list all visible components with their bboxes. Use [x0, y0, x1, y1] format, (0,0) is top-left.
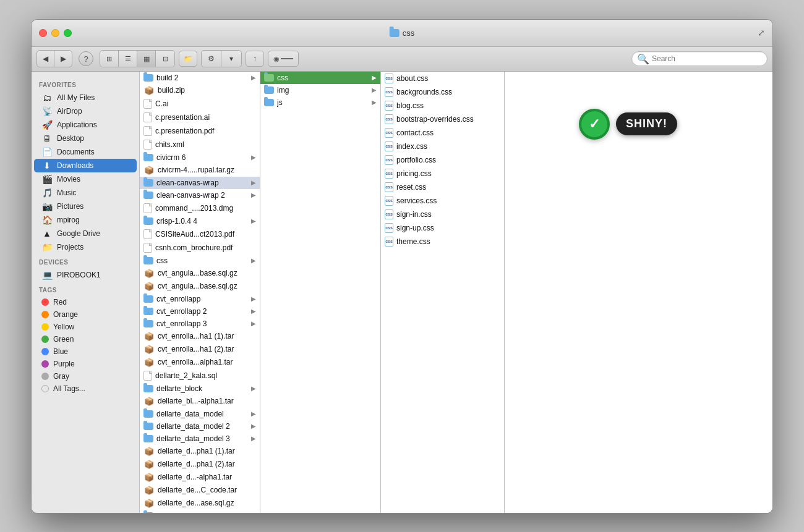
coverflow-view-button[interactable]: ⊟ [156, 51, 174, 67]
list-item[interactable]: 📦 cvt_angula...base.sql.gz [140, 267, 260, 280]
list-item[interactable]: css portfolio.css [381, 153, 504, 167]
arrange-button[interactable]: ⚙ [202, 51, 221, 67]
list-item[interactable]: clean-canvas-wrap 2 ▶ [140, 189, 260, 201]
list-item[interactable]: chits.xml [140, 138, 260, 151]
sidebar-item-all-tags[interactable]: All Tags... [34, 382, 137, 395]
list-item[interactable]: 📦 dellarte_bl...-alpha1.tar [140, 395, 260, 408]
list-view-button[interactable]: ☰ [119, 51, 137, 67]
sidebar-item-movies[interactable]: 🎬 Movies [34, 172, 137, 186]
list-item[interactable]: dellarte_data_model 2 ▶ [140, 420, 260, 433]
list-item[interactable]: cvt_enrollapp 2 ▶ [140, 305, 260, 318]
folder-icon [143, 192, 153, 199]
list-item[interactable]: 📦 dellarte_de...C_code.tar [140, 484, 260, 497]
list-item[interactable]: 📦 civicrm-4.....rupal.tar.gz [140, 164, 260, 177]
sidebar-item-tag-red[interactable]: Red [34, 296, 137, 308]
sidebar-item-tag-yellow[interactable]: Yellow [34, 321, 137, 333]
help-button[interactable]: ? [79, 51, 93, 66]
sidebar-item-tag-purple[interactable]: Purple [34, 358, 137, 370]
list-item[interactable]: dellarte_data_model ▶ [140, 408, 260, 420]
arrange-dropdown[interactable]: ▾ [221, 51, 241, 67]
list-item[interactable]: cvt_enrollapp 3 ▶ [140, 318, 260, 330]
applications-icon: 🚀 [41, 120, 53, 130]
list-item[interactable]: 📦 build.zip [140, 84, 260, 97]
list-item[interactable]: cvt_enrollapp ▶ [140, 293, 260, 305]
list-item[interactable]: build 2 ▶ [140, 72, 260, 84]
nav-buttons: ◀ ▶ [36, 50, 72, 67]
list-item[interactable]: crisp-1.0.4 4 ▶ [140, 215, 260, 227]
list-item[interactable]: css blog.css [381, 99, 504, 112]
sidebar-item-label: Google Drive [57, 229, 100, 238]
forward-button[interactable]: ▶ [54, 51, 72, 67]
list-item[interactable]: command_....2013.dmg [140, 201, 260, 215]
quicklook-button[interactable]: ◉ [268, 51, 299, 67]
path-button[interactable]: 📁 [179, 51, 197, 67]
sidebar-item-tag-orange[interactable]: Orange [34, 308, 137, 321]
sidebar-item-pirobook1[interactable]: 💻 PIROBOOK1 [34, 268, 137, 282]
list-item[interactable]: css sign-in.css [381, 208, 504, 221]
sidebar-item-documents[interactable]: 📄 Documents [34, 145, 137, 159]
list-item[interactable]: 📦 cvt_angula...base.sql.gz [140, 280, 260, 293]
sidebar-item-airdrop[interactable]: 📡 AirDrop [34, 104, 137, 118]
list-item[interactable]: clean-canvas-wrap ▶ [140, 177, 260, 189]
list-item[interactable]: 📦 dellarte_de...ase.sql.gz [140, 497, 260, 510]
share-button[interactable]: ↑ [246, 51, 264, 67]
expand-icon[interactable]: ⤢ [758, 28, 765, 38]
list-item[interactable]: civicrm 6 ▶ [140, 151, 260, 164]
list-item[interactable]: css theme.css [381, 235, 504, 248]
sidebar-item-tag-green[interactable]: Green [34, 333, 137, 345]
close-button[interactable] [39, 29, 47, 37]
list-item[interactable]: css ▶ [140, 255, 260, 267]
list-item[interactable]: js ▶ [260, 96, 380, 109]
list-item[interactable]: css contact.css [381, 126, 504, 140]
list-item[interactable]: css index.css [381, 140, 504, 153]
sidebar-item-applications[interactable]: 🚀 Applications [34, 118, 137, 132]
list-item[interactable]: css reset.css [381, 180, 504, 194]
list-item[interactable]: css ▶ [260, 72, 380, 84]
search-input[interactable] [652, 54, 762, 63]
list-item[interactable]: dellarte_data_model 3 ▶ [140, 433, 260, 445]
list-item[interactable]: 📦 cvt_enrolla...alpha1.tar [140, 356, 260, 369]
list-item[interactable]: dellarte_display_suite ▶ [140, 510, 260, 513]
sidebar-item-mpirog[interactable]: 🏠 mpirog [34, 213, 137, 227]
list-item[interactable]: dellarte_block ▶ [140, 382, 260, 395]
list-item[interactable]: img ▶ [260, 84, 380, 96]
sidebar-item-google-drive[interactable]: ▲ Google Drive [34, 227, 137, 240]
list-item[interactable]: css sign-up.css [381, 221, 504, 235]
sidebar-item-downloads[interactable]: ⬇ Downloads [34, 159, 137, 172]
list-item[interactable]: 📦 dellarte_d...-alpha1.tar [140, 471, 260, 484]
list-item[interactable]: 📦 dellarte_d...pha1 (1).tar [140, 445, 260, 458]
list-item[interactable]: CSISiteAud...ct2013.pdf [140, 227, 260, 241]
css-icon: css [385, 74, 393, 83]
list-item[interactable]: css about.css [381, 72, 504, 85]
list-item[interactable]: dellarte_2_kala.sql [140, 369, 260, 382]
sidebar-item-desktop[interactable]: 🖥 Desktop [34, 132, 137, 145]
sidebar-item-pictures[interactable]: 📷 Pictures [34, 200, 137, 213]
list-item[interactable]: c.presentation.pdf [140, 124, 260, 138]
back-button[interactable]: ◀ [37, 51, 54, 67]
canvas-wrap-column: css ▶ img ▶ js ▶ [260, 72, 381, 513]
list-item[interactable]: 📦 cvt_enrolla...ha1 (2).tar [140, 343, 260, 356]
sidebar-item-all-my-files[interactable]: 🗂 All My Files [34, 91, 137, 104]
list-item[interactable]: css backgrounds.css [381, 85, 504, 99]
search-bar[interactable]: 🔍 [631, 51, 768, 66]
folder-icon [143, 217, 153, 225]
list-item[interactable]: css pricing.css [381, 167, 504, 180]
list-item[interactable]: C.ai [140, 97, 260, 111]
maximize-button[interactable] [64, 29, 72, 37]
list-item[interactable]: 📦 cvt_enrolla...ha1 (1).tar [140, 330, 260, 343]
file-name: about.css [396, 74, 500, 83]
sidebar-item-music[interactable]: 🎵 Music [34, 186, 137, 200]
icon-view-button[interactable]: ⊞ [100, 51, 119, 67]
minimize-button[interactable] [51, 29, 59, 37]
list-item[interactable]: c.presentation.ai [140, 111, 260, 124]
airdrop-icon: 📡 [41, 106, 53, 116]
list-item[interactable]: 📦 dellarte_d...pha1 (2).tar [140, 458, 260, 471]
list-item[interactable]: css bootstrap-overrides.css [381, 112, 504, 126]
sidebar-item-tag-gray[interactable]: Gray [34, 370, 137, 382]
sidebar-item-tag-blue[interactable]: Blue [34, 345, 137, 358]
sidebar-item-projects[interactable]: 📁 Projects [34, 240, 137, 254]
column-view-button[interactable]: ▦ [137, 51, 156, 67]
list-item[interactable]: css services.css [381, 194, 504, 208]
file-name: civicrm 6 [156, 153, 248, 162]
list-item[interactable]: csnh.com_brochure.pdf [140, 241, 260, 255]
